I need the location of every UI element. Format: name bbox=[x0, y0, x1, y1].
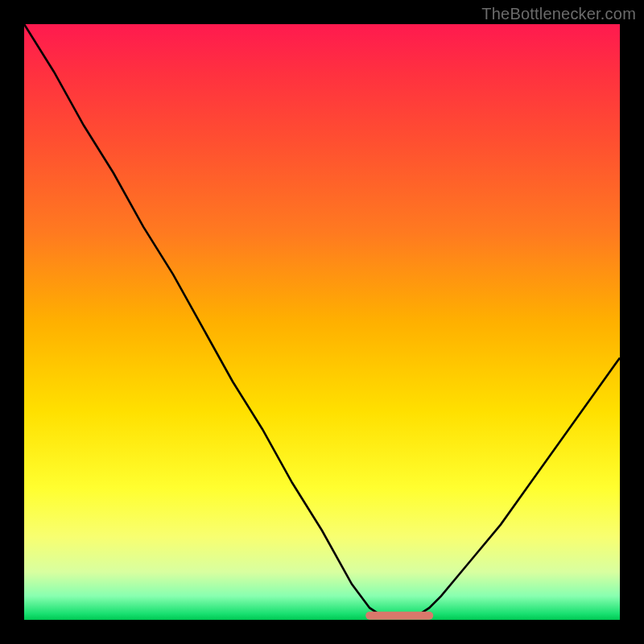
chart-container: TheBottlenecker.com bbox=[0, 0, 644, 644]
watermark-text: TheBottlenecker.com bbox=[481, 5, 636, 23]
chart-svg bbox=[24, 24, 620, 620]
plot-area bbox=[24, 24, 620, 620]
bottleneck-curve bbox=[24, 24, 620, 618]
